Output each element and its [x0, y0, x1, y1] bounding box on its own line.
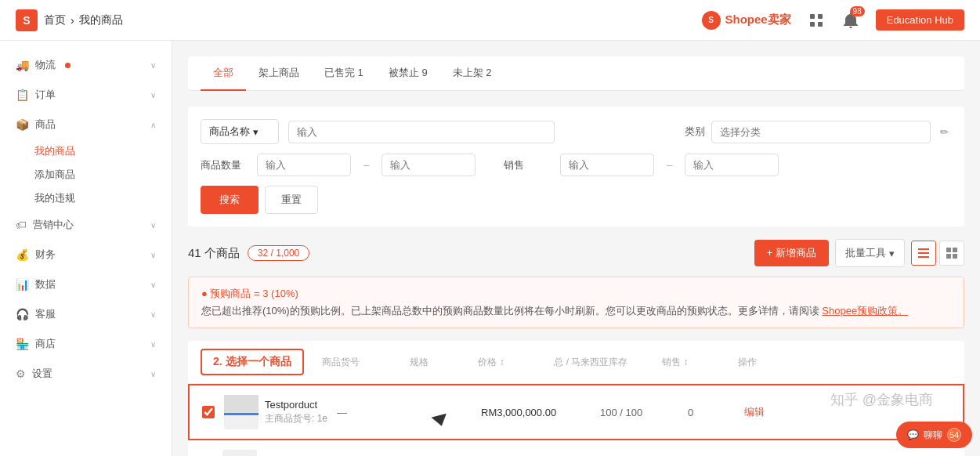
alert-body: 您已超出推荐(10%)的预购比例。已上架商品总数中的预购商品数量比例将在每小时刷…	[201, 305, 819, 317]
product-info: Testporduct 主商品货号: 1e	[224, 395, 327, 429]
sales-from-input[interactable]	[560, 154, 654, 176]
sidebar-sub-add-product[interactable]: 添加商品	[34, 163, 172, 186]
product-info-2	[222, 450, 357, 456]
shopee-logo: S	[16, 9, 38, 31]
sidebar-item-finance[interactable]: 💰 财务 ∨	[0, 240, 172, 270]
filter-name-dropdown-label: 商品名称	[209, 125, 250, 139]
tab-all[interactable]: 全部	[201, 56, 246, 91]
quota-badge: 32 / 1,000	[248, 245, 309, 261]
orders-icon: 📋	[16, 89, 29, 101]
grid-view-btn[interactable]	[939, 241, 964, 266]
reset-button[interactable]: 重置	[265, 186, 318, 214]
sidebar-products-submenu: 我的商品 添加商品 我的违规	[0, 139, 172, 210]
logistics-icon: 🚚	[16, 59, 29, 71]
filter-row-1: 商品名称 ▾ 类别 ✏	[201, 119, 952, 144]
cs-arrow: ∨	[150, 310, 156, 319]
row-edit-link[interactable]: 编辑	[744, 405, 765, 419]
filter-name-dropdown[interactable]: 商品名称 ▾	[201, 119, 279, 144]
sidebar-item-logistics[interactable]: 🚚 物流 ∨	[0, 50, 172, 80]
add-product-button[interactable]: + 新增商品	[754, 240, 829, 266]
sidebar-item-marketing[interactable]: 🏷 营销中心 ∨	[0, 210, 172, 240]
svg-rect-7	[946, 248, 951, 252]
quantity-label: 商品数量	[201, 158, 248, 172]
tab-listed[interactable]: 架上商品	[246, 56, 312, 91]
svg-rect-4	[918, 248, 929, 250]
product-sku: 主商品货号: 1e	[265, 412, 327, 425]
settings-icon: ⚙	[16, 367, 26, 380]
header-right: S Shopee卖家 98 Education Hub	[702, 8, 964, 33]
education-hub-btn[interactable]: Education Hub	[876, 9, 964, 31]
filter-category-input[interactable]	[711, 121, 931, 143]
finance-icon: 💰	[16, 248, 29, 261]
tab-sold-out[interactable]: 已售完 1	[312, 56, 376, 91]
sidebar-item-products[interactable]: 📦 商品 ∧	[0, 110, 172, 139]
shop-icon: 🏪	[16, 338, 29, 350]
sidebar-item-orders[interactable]: 📋 订单 ∨	[0, 80, 172, 110]
svg-rect-0	[810, 14, 815, 19]
products-header: 41 个商品 32 / 1,000 + 新增商品 批量工具 ▾	[188, 239, 964, 267]
notification-badge: 98	[850, 6, 865, 16]
chat-button[interactable]: 💬 聊聊 54	[896, 422, 972, 448]
sidebar-shop-label: 商店	[35, 337, 56, 351]
alert-title: ● 预购商品 = 3 (10%)	[201, 287, 951, 301]
svg-rect-1	[818, 14, 823, 19]
breadcrumb-home[interactable]: 首页	[44, 13, 66, 27]
product-name: Testporduct	[265, 399, 327, 411]
tab-banned[interactable]: 被禁止 9	[376, 56, 440, 91]
list-view-btn[interactable]	[911, 241, 936, 266]
alert-link[interactable]: Shopee预购政策。	[822, 305, 908, 317]
svg-rect-2	[810, 22, 815, 27]
sales-to-input[interactable]	[685, 154, 779, 176]
row-checkbox[interactable]	[202, 406, 215, 418]
quantity-dash: –	[360, 159, 372, 171]
col-stock: 总 / 马来西亚库存	[554, 356, 627, 367]
filter-row-2: 商品数量 – 销售 –	[201, 154, 952, 176]
finance-arrow: ∨	[150, 251, 156, 259]
data-icon: 📊	[16, 278, 29, 291]
filter-category-group: 类别 ✏	[685, 121, 952, 143]
search-button[interactable]: 搜索	[201, 186, 259, 214]
row-price-value: RM3,000,000.00	[481, 407, 591, 418]
filter-name-input[interactable]	[288, 121, 555, 143]
chat-label: 聊聊	[924, 429, 942, 442]
bulk-arrow-icon: ▾	[889, 248, 895, 259]
layout: 🚚 物流 ∨ 📋 订单 ∨ 📦 商品 ∧ 我的商品 添加商品 我的违规	[0, 41, 980, 456]
col-action: 操作	[738, 356, 757, 367]
sidebar-item-data[interactable]: 📊 数据 ∨	[0, 270, 172, 299]
sidebar-sub-my-products[interactable]: 我的商品	[34, 139, 172, 163]
products-icon: 📦	[16, 118, 29, 131]
sidebar-marketing-label: 营销中心	[33, 218, 74, 232]
marketing-icon: 🏷	[16, 219, 27, 231]
header-icons: 98	[804, 8, 863, 33]
quantity-from-input[interactable]	[257, 154, 351, 176]
sidebar-sub-violations[interactable]: 我的违规	[34, 186, 172, 210]
grid-icon-btn[interactable]	[804, 8, 829, 33]
table-row-2[interactable]: — 编辑	[188, 440, 964, 456]
quantity-to-input[interactable]	[382, 154, 476, 176]
filter-category-label: 类别	[685, 125, 705, 139]
products-arrow: ∧	[150, 121, 156, 129]
notification-btn[interactable]: 98	[838, 8, 863, 33]
bulk-tools-button[interactable]: 批量工具 ▾	[835, 239, 905, 267]
cursor-pointer	[432, 414, 450, 429]
sidebar-item-cs[interactable]: 🎧 客服 ∨	[0, 299, 172, 329]
sidebar: 🚚 物流 ∨ 📋 订单 ∨ 📦 商品 ∧ 我的商品 添加商品 我的违规	[0, 41, 172, 456]
sales-dash: –	[664, 159, 675, 171]
sidebar-item-settings[interactable]: ⚙ 设置 ∨	[0, 359, 172, 389]
breadcrumb-current: 我的商品	[79, 13, 123, 27]
product-tabs: 全部 架上商品 已售完 1 被禁止 9 未上架 2	[188, 56, 964, 91]
col-price: 价格 ↕	[478, 356, 504, 367]
sidebar-item-shop[interactable]: 🏪 商店 ∨	[0, 329, 172, 359]
sidebar-finance-label: 财务	[35, 248, 56, 262]
shopee-small-logo: S	[702, 11, 721, 30]
table-row[interactable]: Testporduct 主商品货号: 1e — RM3,000,000.00 1…	[188, 384, 964, 440]
tab-unlisted[interactable]: 未上架 2	[440, 56, 504, 91]
chat-icon: 💬	[907, 429, 919, 440]
sales-label: 销售	[504, 158, 551, 172]
shopee-brand-label: Shopee卖家	[725, 13, 791, 27]
filter-actions: 搜索 重置	[201, 186, 952, 214]
data-arrow: ∨	[150, 280, 156, 289]
col-sales: 销售 ↕	[662, 356, 688, 367]
category-edit-icon[interactable]: ✏	[937, 123, 952, 141]
cs-icon: 🎧	[16, 308, 29, 320]
